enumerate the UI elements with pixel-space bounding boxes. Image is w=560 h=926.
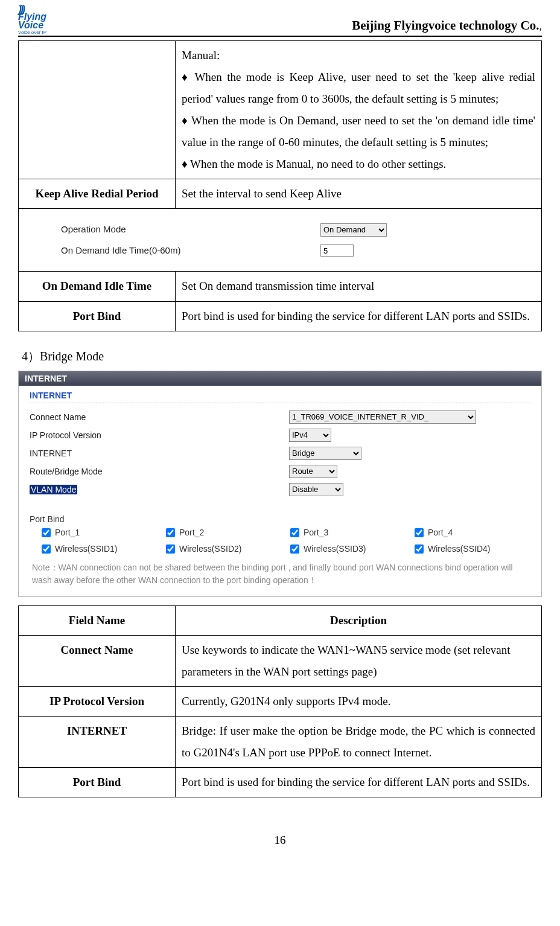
ssid-checkbox-2[interactable]: Wireless(SSID2): [164, 543, 282, 555]
desc-keep-alive: Set the interval to send Keep Alive: [176, 179, 542, 209]
field-connect-name: Connect Name: [19, 635, 176, 686]
field-cell-empty: [19, 40, 176, 179]
table-row: Manual: ♦ When the mode is Keep Alive, u…: [19, 40, 542, 179]
section-bridge-mode: 4）Bridge Mode: [22, 348, 542, 365]
idle-time-input[interactable]: [320, 244, 354, 257]
page-header: ))) Flying Voice Voice over IP Beijing F…: [18, 6, 542, 37]
table-row: Port Bind Port bind is used for binding …: [19, 301, 542, 331]
port-checkbox-1[interactable]: Port_1: [39, 526, 158, 539]
checkbox-icon[interactable]: [415, 544, 424, 554]
ip-proto-label: IP Protocol Version: [30, 430, 289, 440]
desc-cell-manual: Manual: ♦ When the mode is Keep Alive, u…: [176, 40, 542, 179]
company-name: Beijing Flyingvoice technology Co.,: [352, 18, 542, 34]
field-internet: INTERNET: [19, 716, 176, 767]
ssid-checkbox-1[interactable]: Wireless(SSID1): [39, 543, 158, 555]
table-row: Port Bind Port bind is used for binding …: [19, 768, 542, 797]
field-on-demand: On Demand Idle Time: [19, 272, 176, 301]
col-header-field: Field Name: [19, 605, 176, 635]
ip-proto-select[interactable]: IPv4: [289, 429, 331, 442]
idle-time-label: On Demand Idle Time(0-60m): [61, 242, 320, 260]
port-bind-grid: Port_1 Port_2 Port_3 Port_4 Wireless(SSI…: [30, 526, 530, 555]
checkbox-icon[interactable]: [290, 544, 299, 554]
manual-bullet-2: ♦ When the mode is On Demand, user need …: [182, 110, 535, 153]
panel-subhead: INTERNET: [30, 391, 530, 403]
checkbox-icon[interactable]: [42, 544, 51, 554]
table-row: On Demand Idle Time Set On demand transm…: [19, 272, 542, 301]
connect-name-label: Connect Name: [30, 412, 289, 422]
operation-mode-select[interactable]: On Demand: [320, 223, 387, 237]
table-row: Field Name Description: [19, 605, 542, 635]
logo-line-2: Voice: [18, 21, 43, 30]
checkbox-icon[interactable]: [42, 528, 51, 537]
ssid-checkbox-3[interactable]: Wireless(SSID3): [288, 543, 406, 555]
port-checkbox-4[interactable]: Port_4: [412, 526, 530, 539]
logo-tagline: Voice over IP: [18, 30, 46, 34]
route-label: Route/Bridge Mode: [30, 467, 289, 476]
desc-port-bind: Port bind is used for binding the servic…: [176, 301, 542, 331]
table-row: Connect Name Use keywords to indicate th…: [19, 635, 542, 686]
vlan-mode-label: VLAN Mode: [30, 485, 289, 494]
internet-panel: INTERNET INTERNET Connect Name 1_TR069_V…: [18, 371, 542, 597]
ssid-checkbox-4[interactable]: Wireless(SSID4): [412, 543, 530, 555]
table-row: Keep Alive Redial Period Set the interva…: [19, 179, 542, 209]
desc-internet: Bridge: If user make the option be Bridg…: [176, 716, 542, 767]
checkbox-icon[interactable]: [166, 544, 175, 554]
table-row: INTERNET Bridge: If user make the option…: [19, 716, 542, 767]
manual-bullet-3: ♦ When the mode is Manual, no need to do…: [182, 153, 535, 175]
manual-bullet-1: ♦ When the mode is Keep Alive, user need…: [182, 66, 535, 110]
page-number: 16: [18, 834, 542, 847]
panel-title-bar: INTERNET: [19, 371, 541, 386]
embedded-ui-cell: Operation Mode On Demand On Demand Idle …: [19, 209, 542, 272]
desc-port-bind-2: Port bind is used for binding the servic…: [176, 768, 542, 797]
port-checkbox-3[interactable]: Port_3: [288, 526, 406, 539]
checkbox-icon[interactable]: [415, 528, 424, 537]
connect-name-select[interactable]: 1_TR069_VOICE_INTERNET_R_VID_: [289, 410, 476, 424]
internet-label: INTERNET: [30, 449, 289, 458]
manual-heading: Manual:: [182, 45, 535, 66]
table-row: Operation Mode On Demand On Demand Idle …: [19, 209, 542, 272]
col-header-desc: Description: [176, 605, 542, 635]
logo: ))) Flying Voice Voice over IP: [18, 6, 46, 34]
vlan-select[interactable]: Disable: [289, 483, 343, 496]
port-checkbox-2[interactable]: Port_2: [164, 526, 282, 539]
operation-mode-label: Operation Mode: [61, 221, 320, 238]
checkbox-icon[interactable]: [166, 528, 175, 537]
field-port-bind-2: Port Bind: [19, 768, 176, 797]
checkbox-icon[interactable]: [290, 528, 299, 537]
desc-connect-name: Use keywords to indicate the WAN1~WAN5 s…: [176, 635, 542, 686]
settings-table-1: Manual: ♦ When the mode is Keep Alive, u…: [18, 40, 542, 331]
table-row: IP Protocol Version Currently, G201N4 on…: [19, 686, 542, 716]
field-port-bind: Port Bind: [19, 301, 176, 331]
field-ip-proto: IP Protocol Version: [19, 686, 176, 716]
route-select[interactable]: Route: [289, 465, 337, 478]
desc-ip-proto: Currently, G201N4 only supports IPv4 mod…: [176, 686, 542, 716]
port-bind-label: Port Bind: [30, 514, 530, 524]
settings-table-2: Field Name Description Connect Name Use …: [18, 605, 542, 798]
port-bind-note: Note：WAN connection can not be shared be…: [32, 561, 528, 587]
field-keep-alive: Keep Alive Redial Period: [19, 179, 176, 209]
internet-select[interactable]: Bridge: [289, 447, 361, 460]
desc-on-demand: Set On demand transmission time interval: [176, 272, 542, 301]
